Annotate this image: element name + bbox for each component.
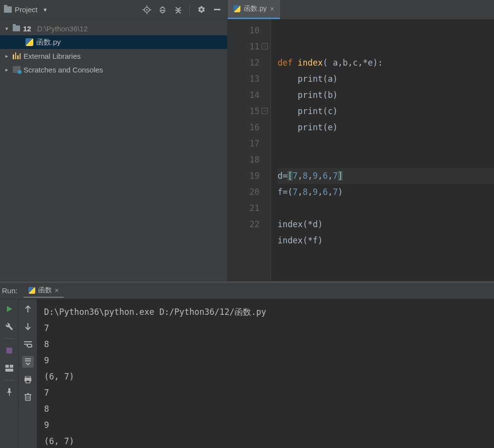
tree-scratches-label: Scratches and Consoles <box>24 66 103 74</box>
chevron-right-icon[interactable]: ▸ <box>4 53 10 59</box>
line-number: 22 <box>228 216 259 233</box>
scratches-icon <box>13 66 21 73</box>
main-split: Project ▼ ▾ 12 <box>0 0 494 282</box>
code-line <box>278 200 494 216</box>
run-toolbar-mid <box>19 299 37 448</box>
separator <box>4 338 15 339</box>
fold-marker-icon[interactable]: − <box>261 108 268 114</box>
tree-scratches[interactable]: ▸ Scratches and Consoles <box>0 63 227 76</box>
code-line <box>278 152 494 168</box>
svg-rect-12 <box>5 369 13 372</box>
dropdown-icon[interactable]: ▼ <box>43 7 48 13</box>
line-number: 12 <box>228 55 259 71</box>
code-line: def index( a,b,c,*e): <box>278 55 494 71</box>
separator <box>189 4 190 15</box>
up-arrow-icon[interactable] <box>22 303 34 315</box>
python-file-icon <box>28 287 35 294</box>
run-panel-body: D:\Python36\python.exe D:/Python36/12/函数… <box>0 299 494 448</box>
tree-root-name: 12 <box>23 24 31 33</box>
run-panel-label: Run: <box>2 286 20 295</box>
tree-root-node[interactable]: ▾ 12 D:\Python36\12 <box>0 22 227 35</box>
project-panel-title: Project <box>15 5 38 14</box>
line-number: 10 <box>228 23 259 39</box>
tree-root-path: D:\Python36\12 <box>37 24 88 33</box>
svg-rect-11 <box>10 365 13 368</box>
code-line: print(b) <box>278 87 494 103</box>
scroll-to-end-icon[interactable] <box>22 356 34 368</box>
code-area[interactable]: def index( a,b,c,*e): print(a) print(b) … <box>271 20 494 281</box>
line-number: 17 <box>228 136 259 152</box>
svg-marker-9 <box>7 306 12 312</box>
code-line <box>278 39 494 55</box>
chevron-down-icon[interactable]: ▾ <box>4 25 10 32</box>
layout-icon[interactable] <box>3 362 15 374</box>
code-line-current: d=[7,8,9,6,7] <box>278 168 494 184</box>
project-tree[interactable]: ▾ 12 D:\Python36\12 函数.py ▸ External Lib… <box>0 20 227 281</box>
code-line: index(*f) <box>278 233 494 249</box>
collapse-all-icon[interactable] <box>172 3 185 16</box>
line-number: 19 <box>228 168 259 184</box>
svg-rect-21 <box>26 380 30 383</box>
code-line: print(c) <box>278 103 494 119</box>
editor-tab-label: 函数.py <box>244 4 267 13</box>
line-number: 16 <box>228 119 259 136</box>
settings-gear-icon[interactable] <box>195 3 208 16</box>
run-button[interactable] <box>3 303 15 315</box>
tree-file-node[interactable]: 函数.py <box>0 35 227 49</box>
close-icon[interactable]: × <box>55 286 59 294</box>
pin-icon[interactable] <box>3 386 15 398</box>
trash-icon[interactable] <box>22 391 34 403</box>
line-number: 14 <box>228 87 259 103</box>
print-icon[interactable] <box>22 374 34 385</box>
line-number: 15− <box>228 103 259 119</box>
python-file-icon <box>25 38 33 46</box>
project-panel: Project ▼ ▾ 12 <box>0 0 228 281</box>
svg-rect-22 <box>25 395 30 401</box>
stop-button[interactable] <box>3 345 15 356</box>
libraries-icon <box>13 52 21 59</box>
run-tab-label: 函数 <box>38 286 52 295</box>
tree-external-libs[interactable]: ▸ External Libraries <box>0 49 227 63</box>
expand-all-icon[interactable] <box>156 3 169 16</box>
svg-point-1 <box>146 9 148 10</box>
locate-icon[interactable] <box>141 3 153 16</box>
code-line: f=(7,8,9,6,7) <box>278 184 494 200</box>
line-number: 20 <box>228 184 259 200</box>
down-arrow-icon[interactable] <box>22 321 34 332</box>
svg-rect-10 <box>5 365 9 368</box>
code-line: print(e) <box>278 119 494 136</box>
code-line: index(*d) <box>278 216 494 233</box>
editor-tab-bar: 函数.py × <box>228 0 494 20</box>
wrench-icon[interactable] <box>3 321 15 332</box>
run-panel: Run: 函数 × <box>0 282 494 448</box>
python-file-icon <box>234 5 240 12</box>
editor-body: 10 11− 12 13 14 15− 16 17 18 19 20 21 22… <box>228 20 494 281</box>
editor-tab-active[interactable]: 函数.py × <box>228 0 280 19</box>
code-line: print(a) <box>278 71 494 87</box>
line-number: 11− <box>228 39 259 55</box>
close-icon[interactable]: × <box>270 5 274 13</box>
editor-panel: 函数.py × 10 11− 12 13 14 15− 16 17 18 19 … <box>228 0 494 281</box>
run-tab-active[interactable]: 函数 × <box>24 284 64 298</box>
fold-marker-icon[interactable]: − <box>261 43 268 49</box>
separator <box>4 380 15 380</box>
svg-rect-8 <box>214 9 220 10</box>
hide-panel-icon[interactable] <box>211 3 223 16</box>
line-gutter[interactable]: 10 11− 12 13 14 15− 16 17 18 19 20 21 22 <box>228 20 271 281</box>
folder-icon <box>13 25 20 31</box>
soft-wrap-icon[interactable] <box>22 338 34 350</box>
line-number: 18 <box>228 152 259 168</box>
code-line <box>278 136 494 152</box>
svg-rect-19 <box>25 376 30 378</box>
run-toolbar-left <box>0 299 19 448</box>
run-panel-header: Run: 函数 × <box>0 283 494 299</box>
project-panel-header: Project ▼ <box>0 0 227 20</box>
folder-icon <box>4 6 12 13</box>
line-number: 13 <box>228 71 259 87</box>
tree-file-label: 函数.py <box>36 38 61 47</box>
console-output[interactable]: D:\Python36\python.exe D:/Python36/12/函数… <box>37 299 494 448</box>
tree-external-libs-label: External Libraries <box>24 52 81 60</box>
chevron-right-icon[interactable]: ▸ <box>4 67 10 73</box>
line-number: 21 <box>228 200 259 216</box>
